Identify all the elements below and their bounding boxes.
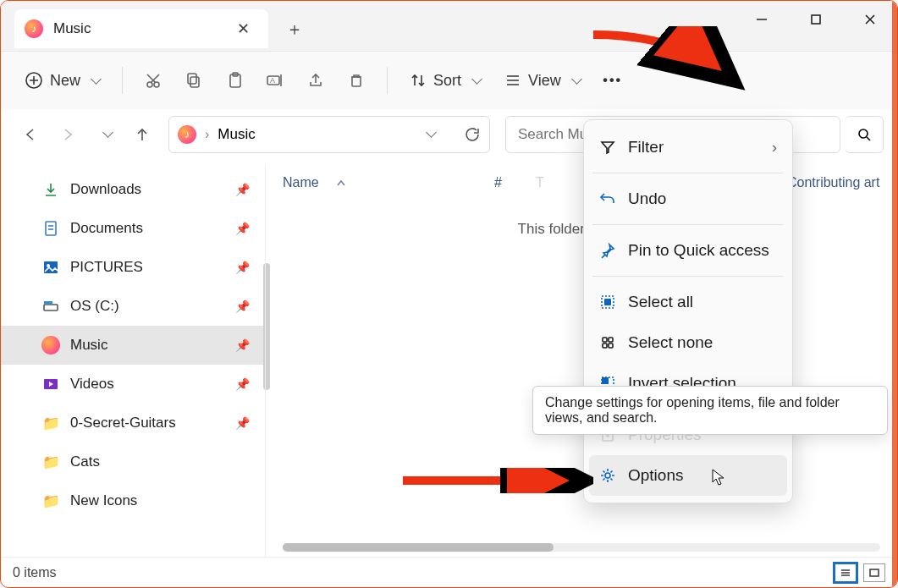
search-icon xyxy=(857,127,872,142)
menu-select-none[interactable]: Select none xyxy=(584,322,792,363)
sidebar-item-music[interactable]: Music 📌 xyxy=(1,326,265,365)
sidebar: Downloads 📌 Documents 📌 PICTURES 📌 OS (C… xyxy=(1,165,265,557)
forward-button[interactable] xyxy=(52,118,84,151)
sidebar-item-label: New Icons xyxy=(70,492,137,509)
maximize-button[interactable] xyxy=(789,1,843,38)
sort-button[interactable]: Sort xyxy=(399,67,491,95)
svg-rect-31 xyxy=(44,301,52,304)
scroll-thumb[interactable] xyxy=(283,543,554,552)
recent-button[interactable] xyxy=(89,118,121,151)
view-label: View xyxy=(528,72,561,90)
toolbar: New A Sort View ••• xyxy=(1,52,897,109)
svg-point-22 xyxy=(859,129,868,138)
separator xyxy=(592,276,784,277)
chevron-down-icon[interactable] xyxy=(422,127,435,142)
more-context-menu: Filter › Undo Pin to Quick access Select… xyxy=(583,119,793,503)
sidebar-item-label: Cats xyxy=(70,453,100,470)
menu-pin-quick-access[interactable]: Pin to Quick access xyxy=(584,230,792,271)
svg-rect-12 xyxy=(188,74,196,84)
pin-icon: 📌 xyxy=(235,416,250,430)
filter-icon xyxy=(599,139,616,156)
delete-button[interactable] xyxy=(338,62,375,99)
chevron-down-icon xyxy=(468,72,481,90)
cursor-icon xyxy=(710,468,729,486)
sidebar-item-pictures[interactable]: PICTURES 📌 xyxy=(1,248,265,287)
pin-icon: 📌 xyxy=(235,377,250,391)
up-button[interactable] xyxy=(126,118,158,151)
svg-rect-11 xyxy=(190,77,199,87)
view-list-icon xyxy=(504,72,521,89)
menu-filter[interactable]: Filter › xyxy=(584,127,792,168)
column-headers: Name # T Contributing artists xyxy=(266,165,897,201)
sidebar-item-label: Videos xyxy=(70,376,114,393)
videos-icon xyxy=(41,375,60,393)
arrow-right-icon xyxy=(59,126,76,143)
scissors-icon xyxy=(145,72,162,89)
window-controls xyxy=(735,1,897,38)
more-button[interactable]: ••• xyxy=(594,62,631,99)
menu-label: Pin to Quick access xyxy=(628,241,769,260)
sidebar-item-folder[interactable]: 📁 New Icons xyxy=(1,481,265,520)
svg-rect-40 xyxy=(609,338,613,342)
column-contrib[interactable]: Contributing artists xyxy=(787,175,880,190)
sidebar-item-label: 0-Secret-Guitars xyxy=(70,415,176,431)
plus-circle-icon xyxy=(25,71,43,90)
chevron-right-icon: › xyxy=(772,138,777,157)
new-button[interactable]: New xyxy=(14,66,110,95)
document-icon xyxy=(41,219,60,238)
menu-undo[interactable]: Undo xyxy=(584,179,792,219)
cut-button[interactable] xyxy=(135,62,172,99)
search-button[interactable] xyxy=(845,116,884,153)
gear-icon xyxy=(599,467,616,484)
thumbnails-view-button[interactable] xyxy=(863,563,885,582)
horizontal-scrollbar[interactable] xyxy=(283,543,880,552)
sidebar-item-label: OS (C:) xyxy=(70,298,119,315)
rename-button[interactable]: A xyxy=(256,62,294,99)
refresh-icon[interactable] xyxy=(464,126,481,143)
new-tab-button[interactable]: ＋ xyxy=(275,9,314,48)
sidebar-item-videos[interactable]: Videos 📌 xyxy=(1,365,265,404)
copy-button[interactable] xyxy=(175,62,212,99)
titlebar: Music ✕ ＋ xyxy=(1,1,897,52)
menu-options[interactable]: Options xyxy=(589,455,787,496)
column-track[interactable]: # xyxy=(494,175,502,190)
address-bar[interactable]: › Music xyxy=(168,116,490,153)
sidebar-item-folder[interactable]: 📁 0-Secret-Guitars 📌 xyxy=(1,404,265,442)
share-button[interactable] xyxy=(297,62,334,99)
details-view-button[interactable] xyxy=(835,563,857,582)
sidebar-item-documents[interactable]: Documents 📌 xyxy=(1,209,265,248)
pin-icon: 📌 xyxy=(235,222,250,235)
status-text: 0 items xyxy=(13,565,57,580)
sidebar-item-downloads[interactable]: Downloads 📌 xyxy=(1,170,265,209)
back-button[interactable] xyxy=(14,118,47,151)
column-name[interactable]: Name xyxy=(283,175,460,190)
sidebar-item-label: Downloads xyxy=(70,181,141,198)
sidebar-item-label: PICTURES xyxy=(70,259,143,276)
svg-rect-44 xyxy=(602,377,609,384)
pin-icon xyxy=(599,242,616,259)
tab-music[interactable]: Music ✕ xyxy=(14,9,268,48)
paste-button[interactable] xyxy=(216,62,253,99)
menu-select-all[interactable]: Select all xyxy=(584,282,792,322)
sidebar-item-drive-c[interactable]: OS (C:) 📌 xyxy=(1,287,265,326)
arrow-left-icon xyxy=(22,126,39,143)
column-title[interactable]: T xyxy=(536,175,544,190)
sort-asc-icon xyxy=(336,179,346,187)
menu-label: Select all xyxy=(628,293,693,311)
minimize-button[interactable] xyxy=(735,1,789,38)
close-window-button[interactable] xyxy=(843,1,897,38)
pictures-icon xyxy=(41,258,60,277)
svg-rect-36 xyxy=(870,569,879,576)
menu-label: Options xyxy=(628,466,683,485)
clipboard-icon xyxy=(226,72,243,89)
view-button[interactable]: View xyxy=(494,67,591,95)
svg-rect-18 xyxy=(352,77,361,86)
music-icon xyxy=(41,336,60,354)
select-all-icon xyxy=(599,294,616,310)
chevron-down-icon xyxy=(99,127,112,142)
menu-label: Select none xyxy=(628,333,713,352)
svg-line-23 xyxy=(867,137,870,140)
separator xyxy=(592,173,784,173)
close-tab-button[interactable]: ✕ xyxy=(230,16,256,41)
sidebar-item-folder[interactable]: 📁 Cats xyxy=(1,442,265,481)
